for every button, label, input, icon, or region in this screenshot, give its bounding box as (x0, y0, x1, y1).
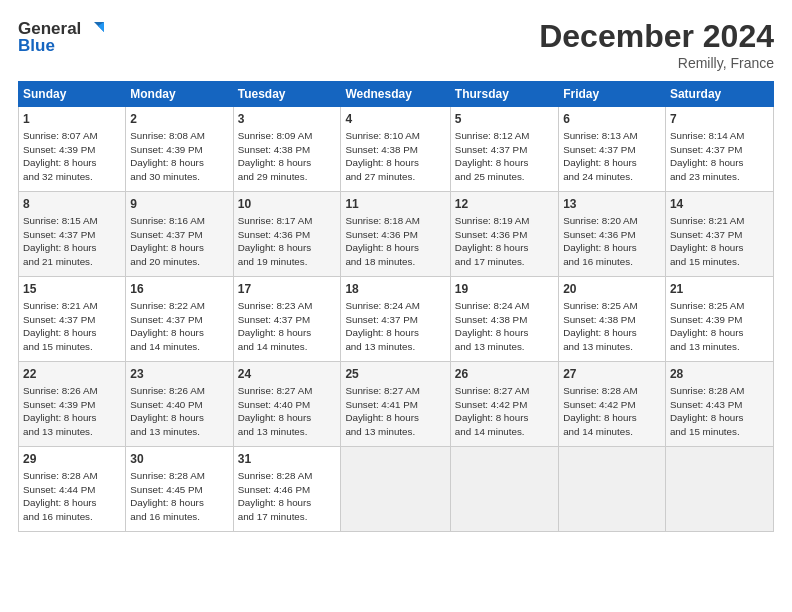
page-header: General Blue December 2024 Remilly, Fran… (18, 18, 774, 71)
day-info: Sunrise: 8:17 AM Sunset: 4:36 PM Dayligh… (238, 214, 337, 269)
calendar-cell: 2Sunrise: 8:08 AM Sunset: 4:39 PM Daylig… (126, 107, 233, 192)
calendar-cell: 10Sunrise: 8:17 AM Sunset: 4:36 PM Dayli… (233, 192, 341, 277)
day-info: Sunrise: 8:27 AM Sunset: 4:41 PM Dayligh… (345, 384, 445, 439)
calendar-cell: 19Sunrise: 8:24 AM Sunset: 4:38 PM Dayli… (450, 277, 558, 362)
day-number: 10 (238, 196, 337, 213)
day-info: Sunrise: 8:25 AM Sunset: 4:39 PM Dayligh… (670, 299, 769, 354)
day-info: Sunrise: 8:13 AM Sunset: 4:37 PM Dayligh… (563, 129, 661, 184)
day-info: Sunrise: 8:19 AM Sunset: 4:36 PM Dayligh… (455, 214, 554, 269)
day-number: 27 (563, 366, 661, 383)
day-number: 26 (455, 366, 554, 383)
calendar-cell: 24Sunrise: 8:27 AM Sunset: 4:40 PM Dayli… (233, 362, 341, 447)
day-number: 23 (130, 366, 228, 383)
day-info: Sunrise: 8:20 AM Sunset: 4:36 PM Dayligh… (563, 214, 661, 269)
day-info: Sunrise: 8:08 AM Sunset: 4:39 PM Dayligh… (130, 129, 228, 184)
day-number: 18 (345, 281, 445, 298)
day-info: Sunrise: 8:25 AM Sunset: 4:38 PM Dayligh… (563, 299, 661, 354)
calendar-cell: 15Sunrise: 8:21 AM Sunset: 4:37 PM Dayli… (19, 277, 126, 362)
day-number: 24 (238, 366, 337, 383)
col-header-tuesday: Tuesday (233, 82, 341, 107)
logo-container: General Blue (18, 18, 106, 56)
calendar-cell: 18Sunrise: 8:24 AM Sunset: 4:37 PM Dayli… (341, 277, 450, 362)
calendar-cell: 6Sunrise: 8:13 AM Sunset: 4:37 PM Daylig… (559, 107, 666, 192)
calendar-cell: 14Sunrise: 8:21 AM Sunset: 4:37 PM Dayli… (665, 192, 773, 277)
day-info: Sunrise: 8:15 AM Sunset: 4:37 PM Dayligh… (23, 214, 121, 269)
calendar-cell: 21Sunrise: 8:25 AM Sunset: 4:39 PM Dayli… (665, 277, 773, 362)
calendar-cell: 23Sunrise: 8:26 AM Sunset: 4:40 PM Dayli… (126, 362, 233, 447)
calendar-cell: 22Sunrise: 8:26 AM Sunset: 4:39 PM Dayli… (19, 362, 126, 447)
day-number: 5 (455, 111, 554, 128)
day-info: Sunrise: 8:28 AM Sunset: 4:44 PM Dayligh… (23, 469, 121, 524)
day-number: 3 (238, 111, 337, 128)
day-info: Sunrise: 8:28 AM Sunset: 4:43 PM Dayligh… (670, 384, 769, 439)
calendar-cell: 27Sunrise: 8:28 AM Sunset: 4:42 PM Dayli… (559, 362, 666, 447)
day-number: 15 (23, 281, 121, 298)
day-info: Sunrise: 8:28 AM Sunset: 4:45 PM Dayligh… (130, 469, 228, 524)
day-number: 19 (455, 281, 554, 298)
day-number: 13 (563, 196, 661, 213)
calendar-cell: 29Sunrise: 8:28 AM Sunset: 4:44 PM Dayli… (19, 447, 126, 532)
calendar-cell: 11Sunrise: 8:18 AM Sunset: 4:36 PM Dayli… (341, 192, 450, 277)
day-info: Sunrise: 8:14 AM Sunset: 4:37 PM Dayligh… (670, 129, 769, 184)
day-info: Sunrise: 8:24 AM Sunset: 4:38 PM Dayligh… (455, 299, 554, 354)
calendar-cell: 26Sunrise: 8:27 AM Sunset: 4:42 PM Dayli… (450, 362, 558, 447)
location: Remilly, France (539, 55, 774, 71)
col-header-monday: Monday (126, 82, 233, 107)
calendar-cell: 7Sunrise: 8:14 AM Sunset: 4:37 PM Daylig… (665, 107, 773, 192)
day-info: Sunrise: 8:16 AM Sunset: 4:37 PM Dayligh… (130, 214, 228, 269)
day-number: 4 (345, 111, 445, 128)
day-info: Sunrise: 8:24 AM Sunset: 4:37 PM Dayligh… (345, 299, 445, 354)
logo-text-blue: Blue (18, 36, 55, 56)
day-info: Sunrise: 8:26 AM Sunset: 4:40 PM Dayligh… (130, 384, 228, 439)
day-number: 12 (455, 196, 554, 213)
day-number: 28 (670, 366, 769, 383)
calendar-cell: 13Sunrise: 8:20 AM Sunset: 4:36 PM Dayli… (559, 192, 666, 277)
calendar-cell: 3Sunrise: 8:09 AM Sunset: 4:38 PM Daylig… (233, 107, 341, 192)
day-number: 8 (23, 196, 121, 213)
calendar-cell (341, 447, 450, 532)
day-info: Sunrise: 8:07 AM Sunset: 4:39 PM Dayligh… (23, 129, 121, 184)
day-number: 17 (238, 281, 337, 298)
calendar-cell: 9Sunrise: 8:16 AM Sunset: 4:37 PM Daylig… (126, 192, 233, 277)
logo: General Blue (18, 18, 106, 56)
calendar-cell (665, 447, 773, 532)
calendar-cell: 8Sunrise: 8:15 AM Sunset: 4:37 PM Daylig… (19, 192, 126, 277)
day-info: Sunrise: 8:22 AM Sunset: 4:37 PM Dayligh… (130, 299, 228, 354)
col-header-thursday: Thursday (450, 82, 558, 107)
calendar-cell: 17Sunrise: 8:23 AM Sunset: 4:37 PM Dayli… (233, 277, 341, 362)
day-info: Sunrise: 8:28 AM Sunset: 4:46 PM Dayligh… (238, 469, 337, 524)
day-info: Sunrise: 8:12 AM Sunset: 4:37 PM Dayligh… (455, 129, 554, 184)
col-header-wednesday: Wednesday (341, 82, 450, 107)
day-number: 20 (563, 281, 661, 298)
day-info: Sunrise: 8:18 AM Sunset: 4:36 PM Dayligh… (345, 214, 445, 269)
day-info: Sunrise: 8:23 AM Sunset: 4:37 PM Dayligh… (238, 299, 337, 354)
day-number: 25 (345, 366, 445, 383)
calendar-table: SundayMondayTuesdayWednesdayThursdayFrid… (18, 81, 774, 532)
calendar-cell: 4Sunrise: 8:10 AM Sunset: 4:38 PM Daylig… (341, 107, 450, 192)
day-number: 7 (670, 111, 769, 128)
day-info: Sunrise: 8:21 AM Sunset: 4:37 PM Dayligh… (670, 214, 769, 269)
calendar-cell: 12Sunrise: 8:19 AM Sunset: 4:36 PM Dayli… (450, 192, 558, 277)
col-header-saturday: Saturday (665, 82, 773, 107)
calendar-cell: 16Sunrise: 8:22 AM Sunset: 4:37 PM Dayli… (126, 277, 233, 362)
day-number: 6 (563, 111, 661, 128)
day-number: 2 (130, 111, 228, 128)
day-info: Sunrise: 8:26 AM Sunset: 4:39 PM Dayligh… (23, 384, 121, 439)
calendar-cell (559, 447, 666, 532)
day-number: 30 (130, 451, 228, 468)
day-number: 22 (23, 366, 121, 383)
day-number: 31 (238, 451, 337, 468)
calendar-cell: 1Sunrise: 8:07 AM Sunset: 4:39 PM Daylig… (19, 107, 126, 192)
day-number: 1 (23, 111, 121, 128)
day-number: 9 (130, 196, 228, 213)
day-info: Sunrise: 8:10 AM Sunset: 4:38 PM Dayligh… (345, 129, 445, 184)
day-info: Sunrise: 8:27 AM Sunset: 4:42 PM Dayligh… (455, 384, 554, 439)
logo-bird-icon (84, 18, 106, 40)
month-title: December 2024 (539, 18, 774, 55)
col-header-sunday: Sunday (19, 82, 126, 107)
calendar-cell: 31Sunrise: 8:28 AM Sunset: 4:46 PM Dayli… (233, 447, 341, 532)
day-number: 16 (130, 281, 228, 298)
col-header-friday: Friday (559, 82, 666, 107)
title-block: December 2024 Remilly, France (539, 18, 774, 71)
calendar-cell (450, 447, 558, 532)
